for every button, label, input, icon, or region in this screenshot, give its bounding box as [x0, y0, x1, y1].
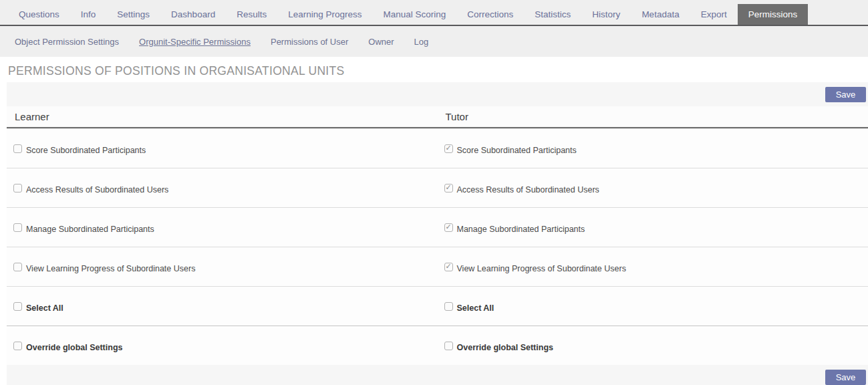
permission-label: Score Subordinated Participants [26, 146, 146, 155]
sub-tab[interactable]: Orgunit-Specific Permissions [139, 37, 251, 47]
top-tab[interactable]: Export [690, 4, 738, 25]
learner-cell: Select All [7, 287, 438, 326]
page-title: PERMISSIONS OF POSITIONS IN ORGANISATION… [0, 57, 868, 82]
permission-row: Access Results of Subordinated Users Acc… [7, 168, 868, 207]
permission-row: Score Subordinated Participants Score Su… [7, 128, 868, 168]
top-tab[interactable]: Statistics [524, 4, 581, 25]
column-header-tutor: Tutor [438, 111, 868, 122]
sub-tab[interactable]: Log [414, 37, 429, 47]
learner-checkbox[interactable] [13, 223, 22, 232]
permission-row: Override global Settings Override global… [7, 326, 868, 365]
permission-row: View Learning Progress of Subordinate Us… [7, 247, 868, 286]
learner-cell: Access Results of Subordinated Users [7, 168, 438, 207]
top-tab[interactable]: Dashboard [160, 4, 226, 25]
tutor-cell: Manage Subordinated Participants [438, 208, 868, 247]
learner-checkbox[interactable] [13, 263, 22, 271]
top-tab[interactable]: Metadata [631, 4, 690, 25]
sub-tab-bar: Object Permission Settings Orgunit-Speci… [0, 26, 868, 57]
permission-label: Override global Settings [457, 343, 553, 352]
bottom-toolbar: Save [7, 365, 868, 385]
permission-label: Access Results of Subordinated Users [457, 185, 599, 195]
permission-label: View Learning Progress of Subordinate Us… [457, 264, 626, 273]
column-header-learner: Learner [7, 111, 438, 122]
column-header-row: Learner Tutor [7, 106, 868, 128]
tutor-cell: Score Subordinated Participants [438, 129, 868, 168]
top-toolbar: Save [7, 82, 868, 106]
permission-row: Select All Select All [7, 286, 868, 326]
top-tab[interactable]: Manual Scoring [373, 4, 457, 25]
permission-label: View Learning Progress of Subordinate Us… [26, 264, 195, 273]
tutor-cell: Select All [438, 287, 868, 326]
permissions-panel: Save Learner Tutor Score Subordinated Pa… [7, 82, 868, 385]
top-tab[interactable]: Info [70, 4, 107, 25]
top-tab[interactable]: Learning Progress [277, 4, 372, 25]
permission-label: Select All [457, 303, 494, 313]
top-tab[interactable]: Permissions [738, 4, 809, 25]
learner-checkbox[interactable] [13, 302, 22, 311]
learner-cell: Override global Settings [7, 326, 438, 365]
tutor-checkbox[interactable] [444, 223, 453, 232]
sub-tab[interactable]: Permissions of User [271, 37, 348, 47]
permission-label: Manage Subordinated Participants [26, 225, 154, 234]
tutor-checkbox[interactable] [444, 342, 453, 350]
save-button-top[interactable]: Save [825, 87, 866, 102]
tutor-checkbox[interactable] [444, 184, 453, 192]
top-tab[interactable]: Questions [8, 4, 70, 25]
learner-cell: Score Subordinated Participants [7, 129, 438, 168]
top-tab[interactable]: Settings [106, 4, 160, 25]
save-button-bottom[interactable]: Save [825, 370, 866, 385]
permission-rows: Score Subordinated Participants Score Su… [7, 128, 868, 365]
permission-label: Select All [26, 303, 63, 313]
top-tab[interactable]: Results [226, 4, 277, 25]
learner-checkbox[interactable] [13, 342, 22, 350]
top-tab-bar: Questions Info Settings Dashboard Result… [0, 0, 868, 26]
permission-label: Access Results of Subordinated Users [26, 185, 168, 195]
sub-tab[interactable]: Owner [368, 37, 394, 47]
permission-label: Manage Subordinated Participants [457, 225, 585, 234]
tutor-checkbox[interactable] [444, 302, 453, 311]
learner-cell: Manage Subordinated Participants [7, 208, 438, 247]
sub-tab[interactable]: Object Permission Settings [15, 37, 119, 47]
top-tab[interactable]: Corrections [456, 4, 524, 25]
tutor-cell: View Learning Progress of Subordinate Us… [438, 247, 868, 286]
permission-label: Score Subordinated Participants [457, 146, 577, 155]
tutor-checkbox[interactable] [444, 144, 453, 153]
learner-checkbox[interactable] [13, 144, 22, 153]
tutor-cell: Access Results of Subordinated Users [438, 168, 868, 207]
permission-row: Manage Subordinated Participants Manage … [7, 207, 868, 247]
learner-checkbox[interactable] [13, 184, 22, 192]
top-tab[interactable]: History [581, 4, 631, 25]
tutor-checkbox[interactable] [444, 263, 453, 271]
tutor-cell: Override global Settings [438, 326, 868, 365]
permission-label: Override global Settings [26, 343, 122, 352]
learner-cell: View Learning Progress of Subordinate Us… [7, 247, 438, 286]
